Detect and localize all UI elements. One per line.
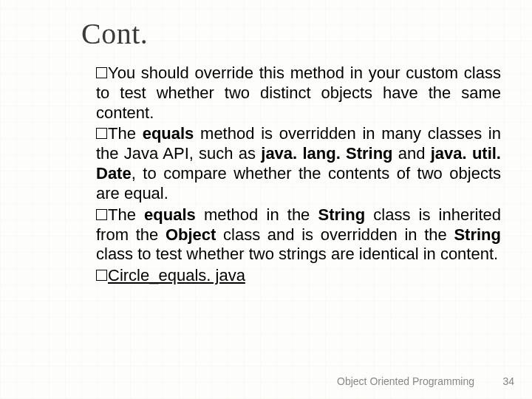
bullet-item: Circle_equals. java [96, 266, 501, 286]
bullet-text: , to compare whether the contents of two… [96, 164, 501, 202]
checkbox-icon [96, 128, 107, 139]
bullet-lead: You [108, 64, 135, 82]
bullet-lead: The [108, 124, 143, 143]
bullet-text: class and is overridden in the [216, 225, 454, 244]
bullet-text: class to test whether two strings are id… [96, 245, 498, 263]
keyword-equals: equals [144, 205, 196, 224]
bullet-text: should override this method in your cust… [96, 64, 501, 122]
slide-body: You should override this method in your … [96, 64, 501, 287]
page-number: 34 [502, 375, 514, 387]
source-file-link[interactable]: Circle_equals. java [108, 266, 245, 284]
footer-text: Object Oriented Programming [337, 375, 474, 387]
slide: Cont. You should override this method in… [0, 0, 532, 399]
keyword-string: String [454, 225, 501, 244]
checkbox-icon [96, 67, 107, 78]
bullet-item: The equals method in the String class is… [96, 205, 501, 265]
bullet-item: You should override this method in your … [96, 64, 501, 123]
bullet-item: The equals method is overridden in many … [96, 124, 501, 203]
slide-title: Cont. [81, 16, 148, 51]
checkbox-icon [96, 209, 107, 220]
bullet-lead: The [108, 205, 144, 224]
keyword-equals: equals [143, 124, 194, 143]
keyword-string-class: java. lang. String [261, 144, 392, 163]
keyword-string: String [318, 205, 366, 224]
bullet-text: method in the [196, 205, 318, 224]
keyword-object: Object [166, 225, 216, 244]
checkbox-icon [96, 270, 107, 281]
bullet-text: and [393, 144, 431, 163]
